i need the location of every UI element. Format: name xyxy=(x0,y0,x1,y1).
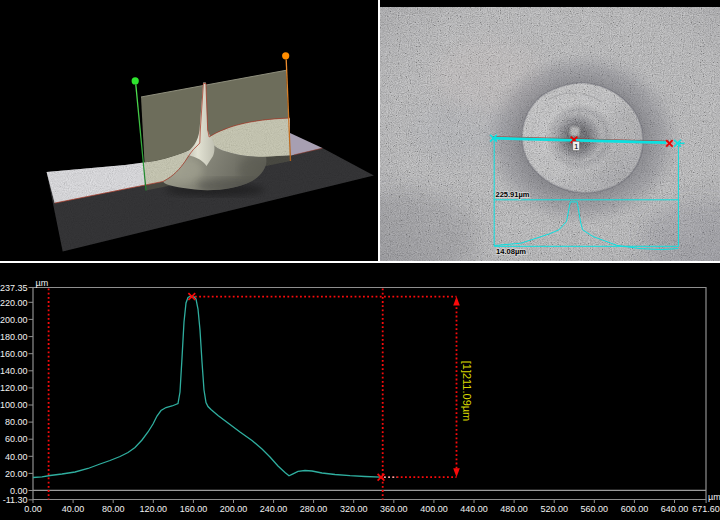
svg-text:520.00: 520.00 xyxy=(540,504,568,514)
svg-text:40.00: 40.00 xyxy=(5,452,28,462)
svg-text:440.00: 440.00 xyxy=(460,504,488,514)
svg-text:240.00: 240.00 xyxy=(260,504,288,514)
svg-text:671.60: 671.60 xyxy=(692,504,720,514)
svg-text:560.00: 560.00 xyxy=(581,504,609,514)
svg-text:600.00: 600.00 xyxy=(621,504,649,514)
svg-text:140.00: 140.00 xyxy=(0,366,28,376)
svg-text:µm: µm xyxy=(708,492,720,502)
svg-text:0.00: 0.00 xyxy=(24,504,42,514)
svg-text:480.00: 480.00 xyxy=(500,504,528,514)
svg-text:160.00: 160.00 xyxy=(180,504,208,514)
svg-text:360.00: 360.00 xyxy=(380,504,408,514)
svg-text:80.00: 80.00 xyxy=(5,417,28,427)
svg-text:[1]211.09µm: [1]211.09µm xyxy=(461,361,473,422)
svg-text:320.00: 320.00 xyxy=(340,504,368,514)
svg-text:160.00: 160.00 xyxy=(0,349,28,359)
svg-text:µm: µm xyxy=(36,278,49,288)
svg-text:120.00: 120.00 xyxy=(140,504,168,514)
svg-text:225.91µm: 225.91µm xyxy=(496,190,530,199)
svg-text:80.00: 80.00 xyxy=(102,504,125,514)
svg-text:14.08µm: 14.08µm xyxy=(496,247,526,256)
svg-text:220.00: 220.00 xyxy=(0,298,28,308)
svg-text:20.00: 20.00 xyxy=(5,469,28,479)
svg-text:40.00: 40.00 xyxy=(62,504,85,514)
svg-text:280.00: 280.00 xyxy=(300,504,328,514)
svg-text:200.00: 200.00 xyxy=(0,315,28,325)
svg-text:100.00: 100.00 xyxy=(0,400,28,410)
svg-text:200.00: 200.00 xyxy=(220,504,248,514)
svg-text:1: 1 xyxy=(574,142,579,151)
svg-text:640.00: 640.00 xyxy=(661,504,689,514)
svg-text:120.00: 120.00 xyxy=(0,383,28,393)
svg-text:400.00: 400.00 xyxy=(420,504,448,514)
svg-text:237.35: 237.35 xyxy=(0,283,28,293)
svg-text:180.00: 180.00 xyxy=(0,332,28,342)
svg-text:60.00: 60.00 xyxy=(5,434,28,444)
